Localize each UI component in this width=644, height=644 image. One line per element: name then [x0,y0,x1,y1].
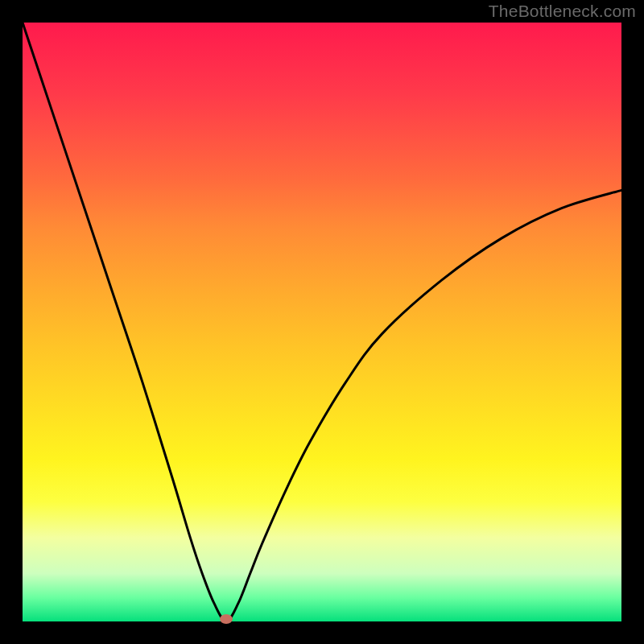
chart-container: TheBottleneck.com [0,0,644,644]
bottleneck-curve [23,23,621,621]
optimum-marker [220,614,233,624]
curve-path [23,23,621,621]
plot-area [23,23,621,621]
watermark-text: TheBottleneck.com [489,2,636,21]
